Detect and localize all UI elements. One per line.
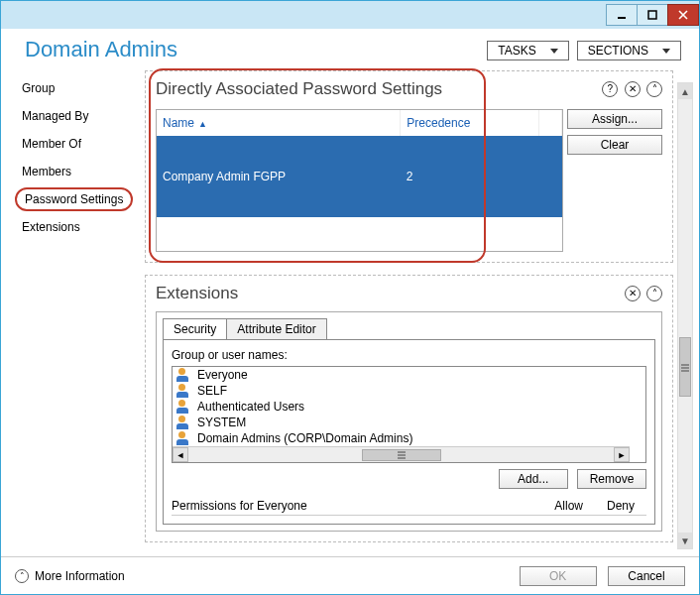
svg-rect-1 <box>648 11 656 19</box>
close-button[interactable] <box>667 4 699 26</box>
allow-column-label: Allow <box>554 499 583 513</box>
remove-button[interactable]: Remove <box>577 469 646 489</box>
sections-label: SECTIONS <box>588 44 648 58</box>
cancel-button[interactable]: Cancel <box>608 566 685 586</box>
section-collapse-button[interactable]: ˄ <box>646 81 662 97</box>
tab-security[interactable]: Security <box>163 318 227 339</box>
sort-ascending-icon: ▲ <box>198 119 207 129</box>
scroll-thumb[interactable] <box>362 449 441 461</box>
user-icon <box>176 416 192 429</box>
sidebar-item-label: Group <box>22 81 55 95</box>
group-or-user-names-label: Group or user names: <box>172 348 646 362</box>
scroll-thumb[interactable] <box>679 337 691 397</box>
scroll-track[interactable] <box>188 447 614 462</box>
more-information-link[interactable]: ˄ More Information <box>15 569 125 583</box>
sidebar-item-group[interactable]: Group <box>15 76 61 100</box>
tab-attribute-editor[interactable]: Attribute Editor <box>226 318 326 339</box>
sidebar-item-label: Member Of <box>22 137 81 151</box>
chevron-down-icon <box>550 49 558 54</box>
help-button[interactable]: ? <box>602 81 618 97</box>
tasks-dropdown[interactable]: TASKS <box>487 41 568 60</box>
deny-column-label: Deny <box>607 499 635 513</box>
section-title: Extensions <box>156 284 238 303</box>
acl-label: Authenticated Users <box>197 400 304 414</box>
section-title: Directly Associated Password Settings <box>156 79 442 99</box>
user-icon <box>176 384 192 398</box>
section-collapse-button[interactable]: ˄ <box>646 286 662 301</box>
add-button[interactable]: Add... <box>499 469 568 489</box>
group-icon <box>176 400 192 414</box>
acl-label: Everyone <box>197 368 248 382</box>
table-row[interactable]: Company Admin FGPP 2 <box>157 136 562 217</box>
cell-name: Company Admin FGPP <box>157 136 401 217</box>
assign-button[interactable]: Assign... <box>567 109 662 129</box>
extensions-section: Extensions ✕ ˄ Security Attribute Editor… <box>145 275 673 542</box>
minimize-button[interactable] <box>606 4 638 26</box>
scroll-track[interactable] <box>678 99 692 533</box>
sidebar-item-label: Extensions <box>22 220 80 234</box>
scroll-up-button[interactable]: ▲ <box>678 83 692 99</box>
more-info-label: More Information <box>35 569 125 583</box>
column-header-name[interactable]: Name▲ <box>157 110 401 136</box>
list-item[interactable]: Domain Admins (CORP\Domain Admins) <box>173 430 645 446</box>
col-label: Name <box>163 116 194 130</box>
chevron-up-icon: ˄ <box>15 569 29 583</box>
list-item[interactable]: SYSTEM <box>173 415 645 430</box>
list-item[interactable]: Authenticated Users <box>173 399 645 415</box>
maximize-button[interactable] <box>637 4 668 26</box>
acl-label: SELF <box>197 384 227 398</box>
section-close-button[interactable]: ✕ <box>625 81 641 97</box>
scroll-left-button[interactable]: ◄ <box>173 447 188 462</box>
sidebar-item-extensions[interactable]: Extensions <box>15 215 87 239</box>
scroll-right-button[interactable]: ► <box>614 447 630 462</box>
password-settings-section: Directly Associated Password Settings ? … <box>145 70 673 263</box>
sidebar-item-password-settings[interactable]: Password Settings <box>15 187 133 211</box>
chevron-down-icon <box>662 49 670 54</box>
acl-label: SYSTEM <box>197 416 246 429</box>
ok-button[interactable]: OK <box>520 566 597 586</box>
section-close-button[interactable]: ✕ <box>625 286 641 301</box>
page-title: Domain Admins <box>25 37 177 62</box>
svg-rect-0 <box>618 17 626 19</box>
acl-list[interactable]: Everyone SELF Authenticated Users SYSTEM… <box>172 366 646 463</box>
acl-label: Domain Admins (CORP\Domain Admins) <box>197 431 412 445</box>
column-header-precedence[interactable]: Precedence <box>401 110 538 136</box>
sidebar-item-member-of[interactable]: Member Of <box>15 132 88 156</box>
sidebar-item-label: Managed By <box>22 109 88 123</box>
sidebar-item-label: Password Settings <box>25 192 123 206</box>
password-settings-table[interactable]: Name▲ Precedence Company Admin FGPP 2 <box>156 109 563 252</box>
list-item[interactable]: SELF <box>173 383 645 399</box>
svg-line-3 <box>679 11 687 19</box>
tasks-label: TASKS <box>498 44 535 58</box>
sidebar-item-label: Members <box>22 165 71 178</box>
scroll-down-button[interactable]: ▼ <box>678 533 692 548</box>
permissions-label: Permissions for Everyone <box>172 499 307 513</box>
sections-dropdown[interactable]: SECTIONS <box>577 41 681 60</box>
cell-precedence: 2 <box>401 136 538 217</box>
group-icon <box>176 431 192 445</box>
group-icon <box>176 368 192 382</box>
vertical-scrollbar[interactable]: ▲ ▼ <box>677 82 693 549</box>
sidebar: Group Managed By Member Of Members Passw… <box>1 70 145 546</box>
svg-line-2 <box>679 11 687 19</box>
list-item[interactable]: Everyone <box>173 367 645 383</box>
sidebar-item-managed-by[interactable]: Managed By <box>15 104 95 128</box>
clear-button[interactable]: Clear <box>567 135 662 155</box>
sidebar-item-members[interactable]: Members <box>15 160 78 183</box>
